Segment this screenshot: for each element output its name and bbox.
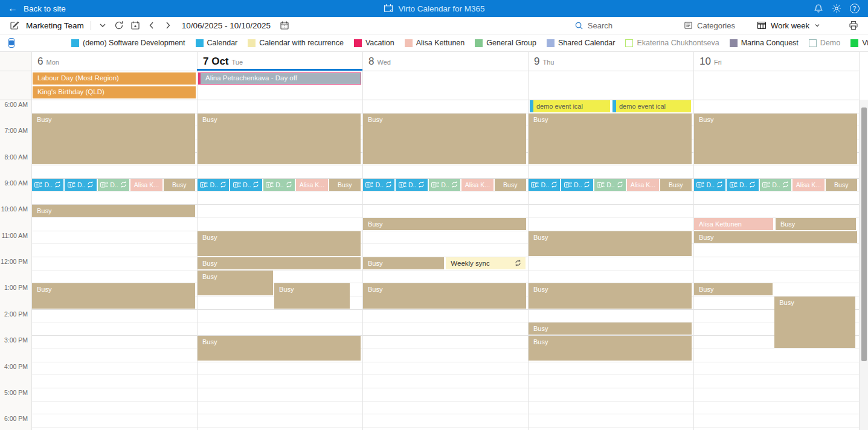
legend-item[interactable]: Calendar with recurrence <box>248 39 344 47</box>
event-busy[interactable]: Busy <box>694 114 857 165</box>
previous-week-chevron-icon[interactable] <box>147 21 156 30</box>
event-busy[interactable]: Busy <box>363 283 526 308</box>
date-range-label[interactable]: 10/06/2025 - 10/10/2025 <box>182 21 271 30</box>
settings-gear-icon[interactable] <box>831 4 841 14</box>
vertical-scrollbar[interactable] <box>859 100 868 430</box>
event-sync[interactable]: Weekly sync <box>446 257 525 269</box>
event-busy[interactable]: Busy <box>529 283 692 308</box>
event-person[interactable]: Alisa K... <box>792 179 824 191</box>
event-busy[interactable]: Busy <box>529 322 692 335</box>
event-busy[interactable]: Busy <box>198 271 273 295</box>
legend-item[interactable]: General Group <box>475 39 536 47</box>
teams-meeting-icon <box>431 181 439 188</box>
event-busy[interactable]: Busy <box>198 231 361 256</box>
event-busy[interactable]: Busy <box>198 114 361 165</box>
legend-item[interactable]: Marina Conquest <box>730 39 799 47</box>
help-icon[interactable]: ? <box>849 4 860 14</box>
all-day-event[interactable]: King's Birthday (QLD) <box>33 86 196 98</box>
event-busy[interactable]: Busy <box>363 257 444 269</box>
event-meet-cyan[interactable]: D.. <box>230 179 262 191</box>
time-label: 2:00 PM <box>0 310 28 318</box>
event-busy[interactable]: Busy <box>164 179 195 191</box>
event-meet-green[interactable]: D.. <box>263 179 295 191</box>
event-busy[interactable]: Busy <box>363 218 526 230</box>
event-person[interactable]: Alisa K... <box>461 179 493 191</box>
calendar-dropdown-chevron-icon[interactable] <box>98 21 108 30</box>
event-meet-green[interactable]: D.. <box>760 179 791 191</box>
event-busy[interactable]: Busy <box>32 205 195 217</box>
legend-item[interactable]: Shared Calendar <box>547 39 616 47</box>
event-meet-green[interactable]: D.. <box>429 179 460 191</box>
categories-button[interactable]: Categories <box>684 21 735 30</box>
legend-item[interactable]: Vilnius Office <box>850 39 868 47</box>
event-busy[interactable]: Busy <box>198 257 361 269</box>
event-meet-cyan[interactable]: D.. <box>32 179 63 191</box>
event-meet-cyan[interactable]: D.. <box>727 179 758 191</box>
event-busy[interactable]: Busy <box>826 179 857 191</box>
event-busy[interactable]: Busy <box>32 283 195 308</box>
toolbar-left-group: Marketing Team 10/06/2025 - 10/10/2025 <box>0 21 289 30</box>
event-ical[interactable]: demo event ical <box>612 100 691 112</box>
all-day-event[interactable]: Labour Day (Most Region) <box>33 72 196 85</box>
event-busy[interactable]: Busy <box>694 283 773 295</box>
refresh-icon[interactable] <box>114 21 124 30</box>
event-meet-cyan[interactable]: D.. <box>529 179 560 191</box>
view-selector[interactable]: Work week <box>757 21 821 30</box>
all-day-event[interactable]: Alina Petrachenkava - Day off <box>198 72 361 85</box>
event-busy[interactable]: Busy <box>329 179 361 191</box>
search-button[interactable]: Search <box>574 21 612 30</box>
event-busy[interactable]: Busy <box>660 179 692 191</box>
event-meet-green[interactable]: D.. <box>98 179 129 191</box>
event-person[interactable]: Alisa K... <box>296 179 327 191</box>
event-busy[interactable]: Busy <box>694 231 857 243</box>
event-meet-cyan[interactable]: D.. <box>561 179 593 191</box>
legend-item[interactable]: Alisa Kettunen <box>405 39 465 47</box>
event-busy[interactable]: Busy <box>32 114 195 165</box>
go-to-today-icon[interactable] <box>130 21 140 30</box>
event-busy[interactable]: Busy <box>198 336 361 361</box>
event-meet-cyan[interactable]: D.. <box>363 179 394 191</box>
next-week-chevron-icon[interactable] <box>163 21 173 30</box>
event-busy[interactable]: Busy <box>274 283 350 308</box>
event-meet-green[interactable]: D.. <box>594 179 626 191</box>
day-header-thu[interactable]: 9Thu <box>528 52 693 71</box>
event-busy[interactable]: Busy <box>776 218 856 230</box>
day-header-wed[interactable]: 8Wed <box>362 52 528 71</box>
event-meet-cyan[interactable]: D.. <box>396 179 427 191</box>
select-all-calendars-checkbox[interactable] <box>8 38 14 48</box>
event-busy[interactable]: Busy <box>495 179 526 191</box>
day-header-tue[interactable]: 7 OctTue <box>197 52 362 71</box>
event-meet-cyan[interactable]: D.. <box>65 179 96 191</box>
time-label: 8:00 AM <box>0 153 28 161</box>
recurrence-icon <box>749 181 756 188</box>
event-busy[interactable]: Busy <box>529 231 692 256</box>
event-ical[interactable]: demo event ical <box>530 100 610 112</box>
event-busy[interactable]: Busy <box>529 336 692 361</box>
legend-item[interactable]: Vacation <box>354 39 394 47</box>
legend-item[interactable]: Calendar <box>196 39 238 47</box>
print-icon[interactable] <box>849 21 858 30</box>
day-abbreviation: Mon <box>46 59 59 66</box>
calendar-name[interactable]: Marketing Team <box>26 21 84 30</box>
event-busy[interactable]: Busy <box>363 114 526 165</box>
event-person[interactable]: Alisa K... <box>130 179 162 191</box>
back-to-site-button[interactable]: ← Back to site <box>0 4 66 13</box>
date-picker-calendar-icon[interactable] <box>280 21 289 30</box>
legend-item[interactable]: Demo <box>809 39 840 47</box>
event-meet-cyan[interactable]: D.. <box>198 179 229 191</box>
recurrence-icon <box>220 181 227 188</box>
legend-item[interactable]: Ekaterina Chukhontseva <box>625 39 719 47</box>
event-busy[interactable]: Busy <box>774 297 855 348</box>
event-busy[interactable]: Busy <box>529 114 692 165</box>
edit-calendar-icon[interactable] <box>10 21 19 30</box>
scrollbar-thumb[interactable] <box>861 108 867 361</box>
day-header-fri[interactable]: 10Fri <box>693 52 859 71</box>
legend-color-swatch <box>730 39 738 47</box>
day-header-mon[interactable]: 6Mon <box>31 52 197 71</box>
event-meet-cyan[interactable]: D.. <box>694 179 725 191</box>
view-label: Work week <box>771 21 809 30</box>
notifications-bell-icon[interactable] <box>813 4 823 14</box>
event-person[interactable]: Alisa K... <box>627 179 658 191</box>
event-person[interactable]: Alisa Kettunen <box>694 218 773 230</box>
legend-item[interactable]: (demo) Software Development <box>71 39 185 47</box>
